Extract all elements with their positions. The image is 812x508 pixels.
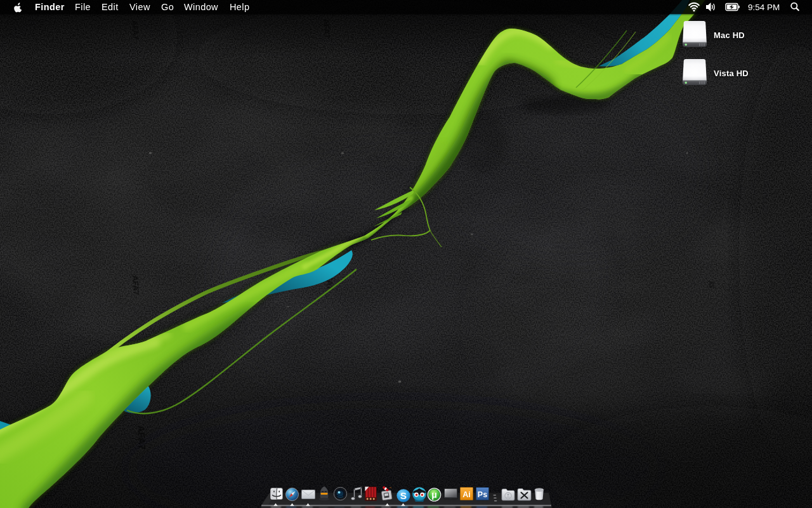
svg-text:μ: μ bbox=[431, 490, 437, 500]
svg-text:AFA7: AFA7 bbox=[130, 20, 140, 40]
svg-text:S: S bbox=[400, 490, 407, 501]
svg-text:AFA7: AFA7 bbox=[136, 425, 148, 450]
svg-text:Ai: Ai bbox=[462, 490, 471, 499]
svg-text:Ps: Ps bbox=[478, 490, 487, 499]
svg-text:AFA7: AFA7 bbox=[131, 275, 141, 295]
svg-text:AFA7: AFA7 bbox=[322, 18, 332, 39]
svg-text:AF: AF bbox=[707, 281, 715, 290]
